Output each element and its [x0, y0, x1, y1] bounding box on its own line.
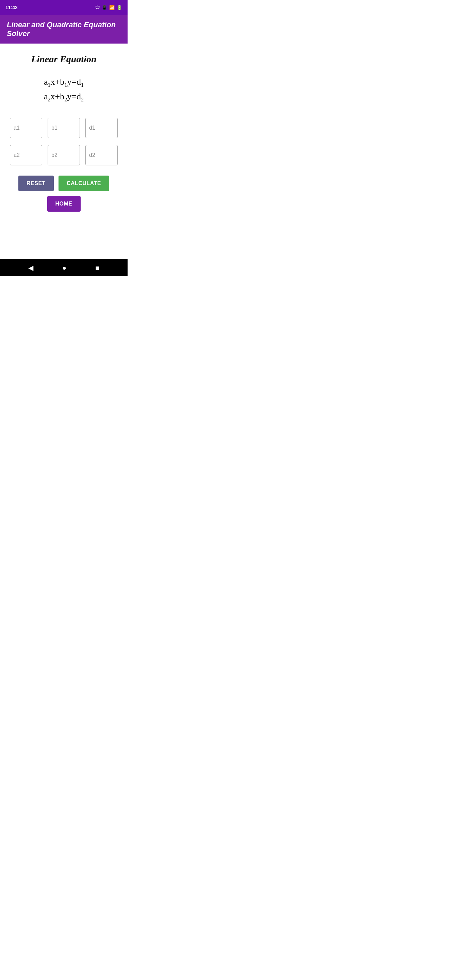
page-title: Linear Equation	[31, 54, 96, 65]
security-icon: 🛡	[95, 5, 100, 10]
recent-nav-icon[interactable]: ■	[95, 264, 99, 272]
calculate-button[interactable]: CALCULATE	[59, 176, 109, 191]
input-a2[interactable]	[10, 145, 42, 165]
input-a1[interactable]	[10, 118, 42, 138]
input-grid	[7, 118, 121, 165]
app-bar-title: Linear and Quadratic Equation Solver	[7, 21, 121, 38]
home-nav-icon[interactable]: ●	[62, 264, 66, 272]
home-button[interactable]: HOME	[47, 196, 81, 212]
button-row: RESET CALCULATE HOME	[7, 176, 121, 212]
input-b1[interactable]	[48, 118, 80, 138]
back-nav-icon[interactable]: ◀	[28, 264, 33, 272]
status-time: 11:42	[5, 5, 18, 10]
formula-line-1: a1x+b1y=d1	[44, 75, 84, 89]
input-row-2	[7, 145, 121, 165]
input-d1[interactable]	[86, 118, 118, 138]
signal-icon: 📶	[109, 5, 114, 10]
sim-icon: 📱	[102, 5, 107, 10]
status-icons: 🛡 📱 📶 🔋	[95, 5, 122, 10]
battery-icon: 🔋	[117, 5, 122, 10]
reset-button[interactable]: RESET	[18, 176, 54, 191]
main-content: Linear Equation a1x+b1y=d1 a2x+b2y=d2 RE…	[0, 43, 127, 259]
app-bar: Linear and Quadratic Equation Solver	[0, 15, 127, 43]
formula-container: a1x+b1y=d1 a2x+b2y=d2	[44, 75, 84, 104]
input-d2[interactable]	[86, 145, 118, 165]
formula-line-2: a2x+b2y=d2	[44, 89, 84, 104]
input-row-1	[7, 118, 121, 138]
status-bar: 11:42 🛡 📱 📶 🔋	[0, 0, 127, 15]
input-b2[interactable]	[48, 145, 80, 165]
nav-bar: ◀ ● ■	[0, 259, 127, 276]
